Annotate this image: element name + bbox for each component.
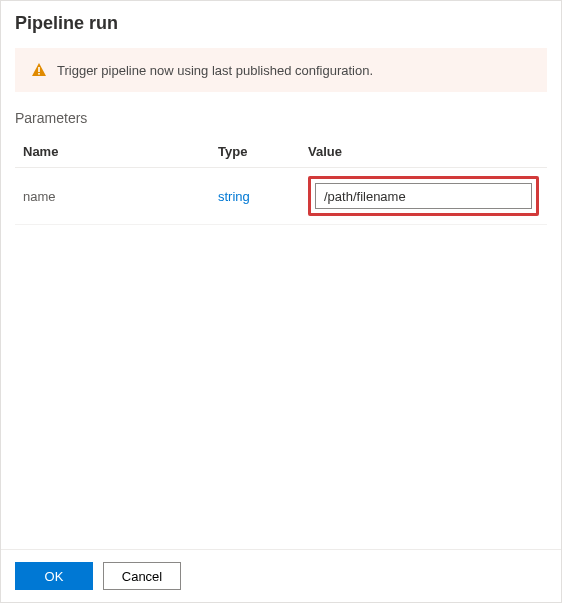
panel-footer: OK Cancel [1, 549, 561, 602]
svg-rect-1 [38, 73, 40, 75]
svg-rect-0 [38, 67, 40, 72]
pipeline-run-panel: Pipeline run Trigger pipeline now using … [0, 0, 562, 603]
warning-banner: Trigger pipeline now using last publishe… [15, 48, 547, 92]
column-header-type: Type [218, 144, 308, 159]
param-value-cell [308, 176, 539, 216]
cancel-button[interactable]: Cancel [103, 562, 181, 590]
parameters-table: Name Type Value name string [15, 136, 547, 225]
parameters-heading: Parameters [15, 110, 547, 126]
table-row: name string [15, 168, 547, 225]
table-header-row: Name Type Value [15, 136, 547, 168]
column-header-value: Value [308, 144, 539, 159]
param-value-input[interactable] [315, 183, 532, 209]
param-type: string [218, 189, 308, 204]
ok-button[interactable]: OK [15, 562, 93, 590]
column-header-name: Name [23, 144, 218, 159]
warning-text: Trigger pipeline now using last publishe… [57, 63, 373, 78]
panel-title: Pipeline run [15, 13, 547, 34]
warning-icon [31, 62, 47, 78]
param-name: name [23, 189, 218, 204]
value-highlight-box [308, 176, 539, 216]
